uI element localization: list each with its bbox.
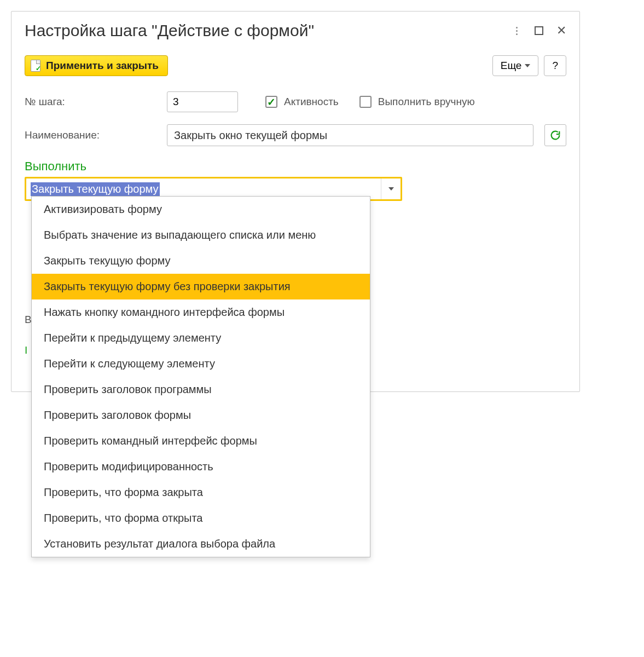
manual-checkbox-label: Выполнить вручную [378,96,475,108]
execute-section-label: Выполнить [25,159,566,174]
chevron-down-icon [525,64,530,67]
name-input[interactable]: Закрыть окно текущей формы [167,124,533,146]
dropdown-item[interactable]: Перейти к предыдущему элементу [32,325,370,351]
apply-button-label: Применить и закрыть [46,60,159,72]
help-button-label: ? [552,60,558,72]
dropdown-item[interactable]: Проверить заголовок программы [32,377,370,402]
execute-dropdown: Активизировать формуВыбрать значение из … [31,196,370,403]
apply-and-close-button[interactable]: Применить и закрыть [25,55,168,76]
dropdown-item[interactable]: Проверить заголовок формы [32,402,370,403]
more-options-icon[interactable] [512,27,521,35]
active-checkbox-label: Активность [284,96,339,108]
dropdown-item[interactable]: Закрыть текущую форму без проверки закры… [32,274,370,299]
active-checkbox-group: Активность [265,96,339,108]
manual-checkbox[interactable] [359,96,372,108]
window-controls: ✕ [512,25,566,37]
step-row: № шага: Активность Выполнить вручную [25,91,566,112]
refresh-icon [549,129,561,141]
dropdown-item[interactable]: Закрыть текущую форму [32,248,370,274]
execute-selected-text: Закрыть текущую форму [31,182,160,196]
dropdown-item[interactable]: Нажать кнопку командного интерфейса форм… [32,299,370,325]
window-title: Настройка шага "Действие с формой" [25,21,314,40]
more-button[interactable]: Еще [492,55,539,76]
active-checkbox[interactable] [265,96,277,108]
dropdown-item[interactable]: Перейти к следующему элементу [32,351,370,377]
toolbar: Применить и закрыть Еще ? [25,55,566,76]
manual-checkbox-group: Выполнить вручную [359,96,475,108]
name-row: Наименование: Закрыть окно текущей формы [25,124,566,146]
chevron-down-icon [388,187,394,191]
step-number-label: № шага: [25,96,156,108]
dropdown-item[interactable]: Активизировать форму [32,197,370,222]
dropdown-item[interactable]: Выбрать значение из выпадающего списка и… [32,222,370,248]
help-button[interactable]: ? [544,55,566,76]
name-input-value: Закрыть окно текущей формы [174,129,327,142]
step-number-input[interactable] [167,91,238,112]
obscured-text: І [25,344,27,356]
maximize-icon[interactable] [535,26,543,35]
close-icon[interactable]: ✕ [556,25,566,37]
titlebar: Настройка шага "Действие с формой" ✕ [25,21,566,40]
execute-combobox-arrow[interactable] [381,178,401,199]
name-label: Наименование: [25,129,156,141]
obscured-text: В [25,314,32,326]
refresh-button[interactable] [544,124,566,146]
document-check-icon [31,60,40,72]
more-button-label: Еще [501,60,522,72]
